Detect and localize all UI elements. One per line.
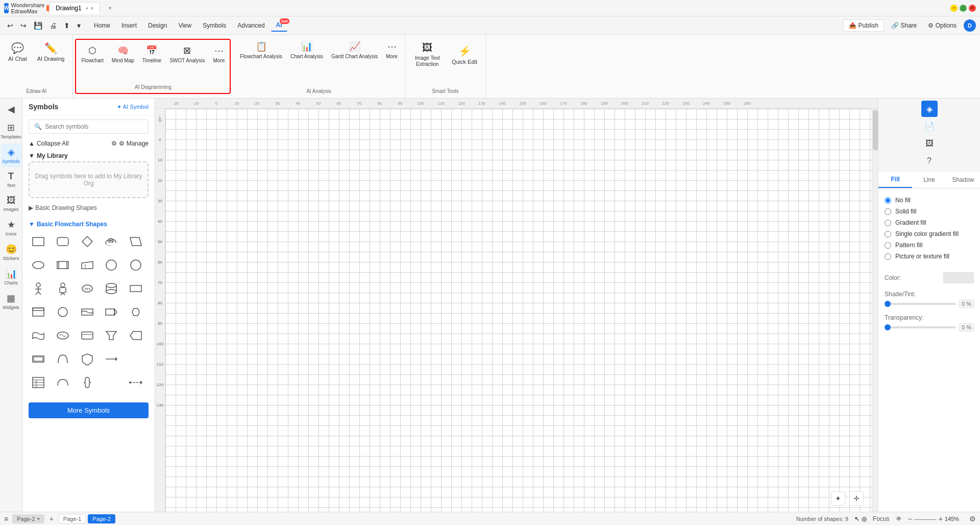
shape-rounded-rect[interactable] [53,232,72,251]
more-diagramming-btn[interactable]: ⋯ More [210,43,228,65]
ai-chat-btn[interactable]: 💬 AI Chat [4,39,31,65]
swot-analysis-btn[interactable]: ⊠ SWOT Analysis [166,43,208,65]
help-btn[interactable]: ? [921,153,938,169]
fill-tool-btn[interactable]: ◈ [921,101,938,117]
eye-icon-btn[interactable]: 👁 [896,515,902,522]
single-gradient-option[interactable]: Single color gradient fill [885,228,974,240]
menu-advanced[interactable]: Advanced [232,20,270,31]
image-text-extraction-btn[interactable]: 🖼 Image Text Extraction [409,39,446,70]
close-tab-btn[interactable]: × [90,6,93,11]
sidebar-item-text[interactable]: T Text [1,168,21,191]
flowchart-analysis-btn[interactable]: 📋 Flowchart Analysis [237,39,285,61]
my-library-title[interactable]: ▼ My Library [29,152,149,159]
shape-oval[interactable] [29,255,48,275]
shape-brace[interactable] [126,349,145,369]
shade-slider[interactable] [885,303,956,305]
shape-tape[interactable] [78,302,97,322]
menu-insert[interactable]: Insert [116,20,142,31]
tab-fill[interactable]: Fill [878,172,912,188]
vertical-scrollbar[interactable] [872,109,878,512]
shape-grid-list[interactable] [29,373,48,392]
page-tab-page1[interactable]: Page-1 [59,514,86,523]
basic-drawing-title[interactable]: ▶ Basic Drawing Shapes [29,203,149,212]
shape-double-rect[interactable] [29,349,48,369]
sidebar-item-charts[interactable]: 📊 Charts [1,265,21,289]
file-tab[interactable]: Drawing1 ● × [49,2,100,14]
shape-manual-input[interactable] [78,255,97,275]
sidebar-collapse-btn[interactable]: ◀ [1,101,21,118]
undo-btn[interactable]: ↩ [4,19,16,32]
shape-yes[interactable]: Yes [78,279,97,298]
sparkle-btn[interactable]: ✦ [831,491,845,506]
timeline-btn[interactable]: 📅 Timeline [139,43,164,65]
picture-fill-option[interactable]: Picture or texture fill [885,251,974,262]
publish-btn[interactable]: 📤 Publish [843,19,884,32]
cursor-tool2-btn[interactable]: ◎ [862,515,867,522]
shape-ellipse[interactable] [102,255,121,275]
menu-ai[interactable]: AI hot [271,19,287,32]
export-btn[interactable]: ⬆ [61,19,73,32]
menu-design[interactable]: Design [143,20,172,31]
menu-symbols[interactable]: Symbols [198,20,231,31]
chart-analysis-btn[interactable]: 📊 Chart Analysis [287,39,326,61]
gradient-fill-radio[interactable] [885,220,891,226]
shape-diamond[interactable] [78,232,97,251]
gradient-fill-option[interactable]: Gradient fill [885,217,974,228]
toggle-panel-btn[interactable]: ≡ [4,515,8,523]
shape-shield[interactable] [78,349,97,369]
drawing-canvas[interactable]: ✦ ✛ [165,109,872,512]
page-settings-btn[interactable]: 📄 [921,118,938,134]
sidebar-item-templates[interactable]: ⊞ Templates [1,119,21,142]
zoom-out-btn[interactable]: − [908,515,912,523]
tab-line[interactable]: Line [912,172,946,188]
shape-small-circle[interactable] [53,302,72,322]
menu-view[interactable]: View [173,20,197,31]
sidebar-item-symbols[interactable]: ◈ Symbols [1,144,21,167]
solid-fill-radio[interactable] [885,208,891,215]
shape-rectangle[interactable] [29,232,48,251]
color-swatch[interactable] [943,272,974,283]
shape-arc[interactable] [53,349,72,369]
add-page-btn[interactable]: + [46,514,57,524]
image-tool-btn[interactable]: 🖼 [921,135,938,152]
user-avatar[interactable]: D [964,19,976,32]
redo-btn[interactable]: ↪ [17,19,30,32]
collapse-all-btn[interactable]: ▲ Collapse All [29,140,69,147]
sidebar-item-icons[interactable]: ★ Icons [1,216,21,240]
shape-wave[interactable] [29,326,48,345]
page-tab-page2[interactable]: Page-2 ▾ [12,514,44,523]
single-gradient-radio[interactable] [885,231,891,237]
sidebar-item-stickers[interactable]: 😊 Stickers [1,241,21,264]
symbols-search-input[interactable] [45,123,143,130]
sidebar-item-widgets[interactable]: ▦ Widgets [1,290,21,313]
pattern-fill-option[interactable]: Pattern fill [885,240,974,251]
sidebar-item-images[interactable]: 🖼 Images [1,192,21,215]
basic-flowchart-title[interactable]: ▼ Basic Flowchart Shapes [29,220,149,229]
ai-drawing-btn[interactable]: ✏️ AI Drawing [33,39,69,65]
scrollbar-thumb[interactable] [873,110,878,151]
ai-symbol-btn[interactable]: ✦ AI Symbol [117,104,149,110]
no-fill-option[interactable]: No fill [885,195,974,206]
shape-bracket[interactable] [102,373,121,392]
flowchart-btn[interactable]: ⬡ Flowchart [78,43,106,65]
shape-hexagon[interactable] [126,302,145,322]
save-btn[interactable]: 💾 [31,19,45,32]
settings-gear-btn[interactable]: ⚙ [969,515,976,523]
mind-map-btn[interactable]: 🧠 Mind Map [109,43,137,65]
more-tools-btn[interactable]: ▾ [74,19,84,32]
picture-fill-radio[interactable] [885,253,891,260]
focus-btn[interactable]: Focus [873,515,890,522]
shape-drum[interactable] [102,279,121,298]
solid-fill-option[interactable]: Solid fill [885,206,974,217]
no-fill-radio[interactable] [885,197,891,204]
shape-cloud[interactable] [102,232,121,251]
add-content-btn[interactable]: ✛ [849,491,864,506]
shape-message[interactable] [78,326,97,345]
shape-actor[interactable] [29,279,48,298]
options-btn[interactable]: ⚙ Options [924,20,961,31]
shape-wave2[interactable] [53,326,72,345]
transparency-slider[interactable] [885,326,956,328]
shape-circle[interactable] [126,255,145,275]
shape-subproc[interactable] [53,255,72,275]
shape-parallelogram[interactable] [126,232,145,251]
